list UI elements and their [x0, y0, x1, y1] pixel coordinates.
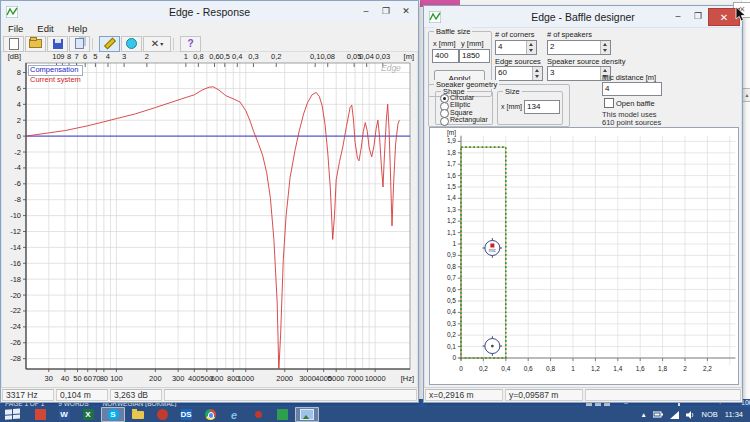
svg-text:-18: -18 — [10, 275, 21, 284]
mic-distance-label: Mic distance [m] — [602, 73, 656, 82]
mic-marker[interactable] — [490, 243, 494, 247]
svg-text:-12: -12 — [10, 227, 21, 236]
baffle-plan-plot[interactable]: 00,10,20,30,40,50,60,70,80,911,11,21,31,… — [430, 128, 738, 384]
taskbar-edge-app[interactable] — [295, 407, 319, 422]
svg-text:300: 300 — [172, 374, 185, 383]
svg-text:1: 1 — [571, 365, 575, 372]
spinner-arrows[interactable] — [526, 41, 536, 54]
svg-text:2,2: 2,2 — [703, 365, 712, 372]
svg-text:10000: 10000 — [365, 374, 386, 383]
response-titlebar[interactable]: Edge - Response – ❐ ✕ — [1, 1, 418, 23]
svg-text:1,8: 1,8 — [658, 365, 667, 372]
chevron-down-icon[interactable]: ▾ — [160, 40, 163, 47]
speaker-1[interactable]: mic — [483, 238, 503, 258]
baffle-plan-panel: 00,10,20,30,40,50,60,70,80,911,11,21,31,… — [429, 127, 739, 385]
db-axis: 86420-2-4-6-8-10-12-14-16-18-20-22-24-26… — [8, 52, 26, 363]
svg-text:30: 30 — [45, 374, 53, 383]
svg-text:1,4: 1,4 — [613, 365, 622, 372]
edge-sources-label: Edge sources — [495, 57, 541, 66]
svg-text:1000: 1000 — [237, 374, 254, 383]
spinner-arrows[interactable] — [532, 67, 542, 80]
mic-distance-input[interactable]: 4 — [602, 82, 662, 96]
taskbar-app-red-circle[interactable] — [151, 408, 173, 421]
plan-y-axis: 00,10,20,30,40,50,60,70,80,911,11,21,31,… — [447, 129, 461, 361]
edge-app-icon — [300, 409, 314, 420]
corners-spinner[interactable]: 4 — [495, 40, 537, 55]
speaker-2[interactable] — [483, 336, 503, 356]
open-baffle-checkbox[interactable] — [604, 98, 614, 108]
svg-text:0,6: 0,6 — [524, 365, 533, 372]
response-window: Edge - Response – ❐ ✕ File Edit Help ✕▾ … — [0, 0, 419, 403]
svg-text:0,1: 0,1 — [447, 343, 456, 350]
network-icon[interactable] — [670, 411, 679, 419]
speakers-spinner[interactable]: 2 — [547, 40, 611, 55]
shape-elliptic-label[interactable]: Elliptic — [450, 101, 470, 108]
close-button[interactable]: ✕ — [396, 3, 416, 19]
svg-text:0,8: 0,8 — [447, 263, 456, 270]
svg-text:0,6: 0,6 — [209, 52, 219, 61]
svg-text:[m]: [m] — [404, 52, 414, 61]
svg-text:0,4: 0,4 — [447, 308, 456, 315]
svg-text:0,6: 0,6 — [447, 286, 456, 293]
minimize-button[interactable]: – — [668, 8, 688, 24]
taskbar-app-red[interactable] — [29, 408, 51, 421]
svg-text:-6: -6 — [14, 179, 21, 188]
shape-square-label[interactable]: Square — [450, 109, 473, 116]
background-scrollbar-arrow[interactable]: ▲ — [742, 88, 750, 102]
excel-icon: X — [83, 409, 94, 420]
start-button[interactable] — [5, 408, 23, 420]
taskbar-app-ds[interactable]: DS — [175, 408, 197, 421]
baffle-size-title: Baffle size — [434, 27, 472, 36]
menu-edit[interactable]: Edit — [30, 22, 60, 36]
size-x-input[interactable]: 134 — [524, 100, 560, 114]
taskbar-word[interactable]: W — [53, 408, 75, 421]
baffle-x-label: x [mm] — [433, 39, 456, 48]
baffle-titlebar[interactable]: Edge - Baffle designer – ❐ ✕ — [424, 6, 742, 28]
system-tray: ▴ NOB 11:34 — [642, 410, 750, 419]
taskbar-skype[interactable]: S — [101, 407, 125, 422]
taskbar-app-green[interactable] — [271, 408, 293, 421]
clock[interactable]: 11:34 — [725, 410, 743, 419]
taskbar-internet-explorer[interactable]: e — [223, 408, 245, 421]
menu-file[interactable]: File — [1, 22, 30, 36]
svg-text:5: 5 — [93, 52, 97, 61]
taskbar-app-small-red[interactable] — [247, 408, 269, 421]
maximize-button[interactable]: ❐ — [376, 3, 396, 19]
taskbar-excel[interactable]: X — [77, 408, 99, 421]
radio-rectangular[interactable] — [440, 117, 449, 126]
taskbar-file-explorer[interactable] — [127, 408, 149, 421]
svg-text:0,3: 0,3 — [447, 320, 456, 327]
app-red-circle-icon — [157, 409, 168, 420]
svg-text:7: 7 — [74, 52, 78, 61]
minimize-button[interactable]: – — [356, 3, 376, 19]
battery-icon[interactable] — [653, 411, 663, 418]
edge-sources-spinner[interactable]: 60 — [495, 66, 543, 81]
legend-current-system[interactable]: Current system — [28, 76, 83, 85]
spinner-arrows[interactable] — [600, 41, 610, 54]
baffle-statusbar: x=0,2916 m y=0,09587 m — [424, 387, 742, 402]
shape-circular-label[interactable]: Circular — [450, 94, 474, 101]
svg-text:-22: -22 — [10, 306, 21, 315]
mouse-cursor — [735, 7, 747, 23]
chrome-icon — [205, 409, 216, 420]
word-icon: W — [59, 409, 70, 420]
maximize-button[interactable]: ❐ — [688, 8, 708, 24]
baffle-x-input[interactable]: 400 — [432, 49, 459, 63]
legend-compensation[interactable]: Compensation — [28, 65, 83, 76]
menu-help[interactable]: Help — [61, 22, 95, 36]
svg-text:-28: -28 — [10, 354, 21, 363]
tray-expand-icon[interactable]: ▴ — [642, 410, 646, 419]
svg-text:1,7: 1,7 — [447, 160, 456, 167]
baffle-y-input[interactable]: 1850 — [459, 49, 490, 63]
open-baffle-label[interactable]: Open baffle — [616, 99, 655, 108]
response-plot[interactable]: 109876543210,80,60,50,40,30,20,10,080,05… — [1, 49, 418, 387]
svg-text:0,4: 0,4 — [501, 365, 510, 372]
taskbar-chrome[interactable] — [199, 408, 221, 421]
svg-text:0,1: 0,1 — [310, 52, 320, 61]
language-indicator[interactable]: NOB — [702, 410, 718, 419]
corners-label: # of corners — [495, 30, 535, 39]
volume-icon[interactable] — [686, 411, 695, 419]
internet-explorer-icon: e — [229, 409, 240, 420]
shape-group: Shape Circular Elliptic Square Rectangul… — [435, 91, 493, 125]
shape-rectangular-label[interactable]: Rectangular — [450, 116, 488, 123]
